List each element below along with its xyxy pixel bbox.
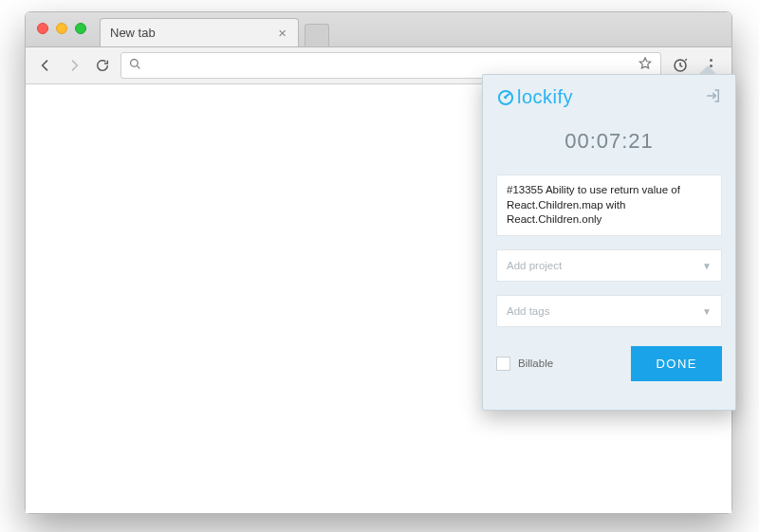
timer-display: 00:07:21 [483,114,735,174]
clockify-logo: lockify [496,86,573,108]
clockify-logo-icon [496,88,515,107]
popup-arrow [699,66,716,75]
done-button[interactable]: DONE [631,346,722,381]
svg-point-0 [131,60,139,67]
maximize-window-button[interactable] [75,23,86,34]
bookmark-star-icon[interactable] [638,56,653,75]
titlebar: New tab × [26,12,731,46]
billable-checkbox[interactable]: Billable [496,357,553,371]
logout-icon[interactable] [705,87,722,108]
chevron-down-icon: ▼ [702,305,712,316]
address-input[interactable] [149,59,630,73]
minimize-window-button[interactable] [56,23,67,34]
svg-point-3 [505,96,508,99]
back-button[interactable] [35,55,56,76]
close-window-button[interactable] [37,23,48,34]
popup-footer: Billable DONE [483,340,735,381]
checkbox-box [496,357,510,371]
project-select[interactable]: Add project ▼ [496,249,722,282]
browser-tab[interactable]: New tab × [100,18,299,46]
new-tab-button[interactable] [305,24,329,46]
reload-button[interactable] [92,55,113,76]
description-text: #13355 Ability to use return value of Re… [507,184,680,225]
window-controls [37,23,86,34]
tab-title: New tab [110,26,276,40]
search-icon [129,57,141,74]
clockify-logo-text: lockify [517,86,573,108]
project-placeholder: Add project [507,260,562,271]
popup-header: lockify [483,75,735,114]
chevron-down-icon: ▼ [702,260,712,270]
description-input[interactable]: #13355 Ability to use return value of Re… [496,174,722,236]
tags-select[interactable]: Add tags ▼ [496,295,722,327]
clockify-popup: lockify 00:07:21 #13355 Ability to use r… [482,74,736,411]
tab-close-icon[interactable]: × [276,25,288,41]
forward-button[interactable] [64,55,84,76]
tags-placeholder: Add tags [507,305,549,317]
billable-label: Billable [518,358,553,369]
